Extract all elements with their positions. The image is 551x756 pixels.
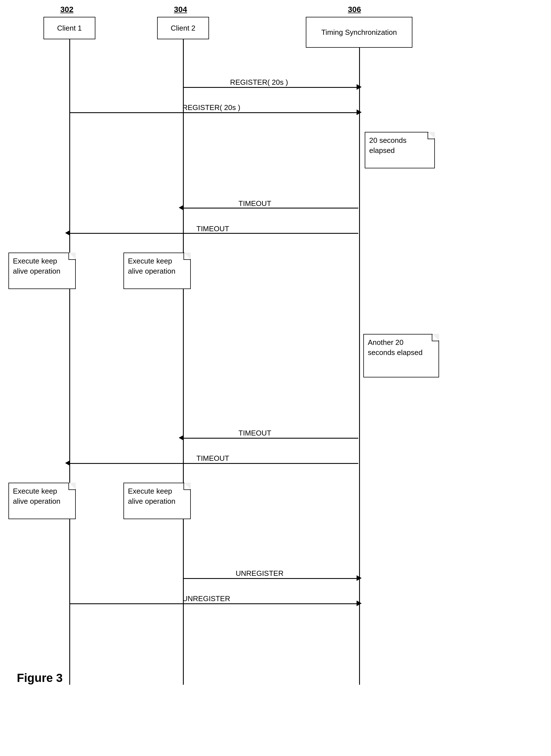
arrowhead-msg5 [179,435,184,441]
label-msg4: TIMEOUT [196,225,229,233]
lifeline-client1: Client 1 [43,17,95,39]
arrowhead-msg4 [65,230,70,236]
arrowhead-msg7 [357,575,362,581]
arrow-msg1 [184,87,358,88]
note-keepalive-2b: Execute keep alive operation [123,483,191,519]
ref-302: 302 [60,5,73,14]
arrow-msg8 [70,603,358,604]
figure-label: Figure 3 [17,671,63,685]
note-keepalive-1b: Execute keep alive operation [123,253,191,289]
arrow-msg2 [70,112,358,113]
label-msg1: REGISTER( 20s ) [230,78,288,87]
lifeline-line-timing [359,48,360,685]
ref-306: 306 [348,5,361,14]
label-msg5: TIMEOUT [238,429,271,437]
lifeline-timing: Timing Synchronization [306,17,412,48]
note-keepalive-2a: Execute keep alive operation [8,483,76,519]
label-msg3: TIMEOUT [238,199,271,208]
arrow-msg7 [184,578,358,579]
arrowhead-msg6 [65,460,70,466]
lifeline-line-client2 [183,39,184,685]
label-msg7: UNREGISTER [236,569,284,578]
arrowhead-msg3 [179,205,184,211]
lifeline-line-client1 [69,39,70,685]
label-msg2: REGISTER( 20s ) [182,103,240,112]
label-msg8: UNREGISTER [182,595,230,603]
sequence-diagram: 302 304 306 Client 1 Client 2 Timing Syn… [0,0,551,702]
arrowhead-msg8 [357,601,362,606]
label-msg6: TIMEOUT [196,454,229,463]
note-20s-elapsed: 20 seconds elapsed [365,132,435,168]
arrowhead-msg2 [357,109,362,115]
arrow-msg5 [184,438,358,439]
ref-304: 304 [174,5,187,14]
note-another-20s: Another 20 seconds elapsed [363,334,439,377]
lifeline-client2: Client 2 [157,17,209,39]
arrow-msg6 [70,463,358,464]
arrowhead-msg1 [357,84,362,90]
note-keepalive-1a: Execute keep alive operation [8,253,76,289]
